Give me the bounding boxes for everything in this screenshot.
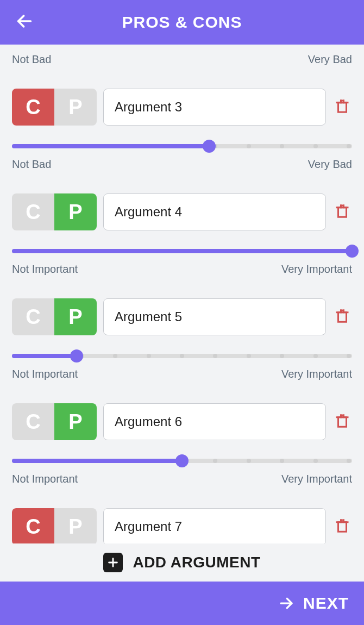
slider-max-label: Very Important <box>281 368 352 380</box>
slider-min-label: Not Bad <box>12 158 51 171</box>
importance-slider[interactable] <box>12 246 352 257</box>
argument-input[interactable]: Argument 7 <box>103 508 326 543</box>
delete-button[interactable] <box>332 508 352 543</box>
slider-max-label: Very Important <box>281 473 352 485</box>
argument-row: CPArgument 7 <box>12 508 352 543</box>
footer-bar: NEXT <box>0 582 364 625</box>
delete-button[interactable] <box>332 89 352 126</box>
plus-icon <box>103 553 123 572</box>
page-title: PROS & CONS <box>122 13 242 32</box>
svg-rect-16 <box>338 417 347 427</box>
slider-min-label: Not Important <box>12 473 78 485</box>
trash-icon <box>334 307 350 327</box>
delete-button[interactable] <box>332 403 352 440</box>
con-toggle[interactable]: C <box>12 298 54 335</box>
slider-thumb[interactable] <box>70 349 83 362</box>
slider-min-label: Not Bad <box>12 53 51 66</box>
content-area: Not BadVery BadCPArgument 3Not BadVery B… <box>0 45 364 543</box>
app-screen: PROS & CONS Not BadVery BadCPArgument 3N… <box>0 0 364 625</box>
con-toggle[interactable]: C <box>12 508 54 543</box>
pro-toggle[interactable]: P <box>54 508 97 543</box>
slider-max-label: Very Important <box>281 263 352 276</box>
svg-rect-1 <box>338 103 347 112</box>
importance-slider[interactable] <box>12 455 352 466</box>
add-argument-label: ADD ARGUMENT <box>133 554 260 571</box>
trash-icon <box>334 516 350 537</box>
pro-con-toggle[interactable]: CP <box>12 89 97 126</box>
app-header: PROS & CONS <box>0 0 364 45</box>
importance-slider[interactable] <box>12 351 352 361</box>
pro-con-toggle[interactable]: CP <box>12 508 97 543</box>
slider-thumb[interactable] <box>175 454 189 467</box>
slider-max-label: Very Bad <box>308 158 352 171</box>
pro-con-toggle[interactable]: CP <box>12 403 97 440</box>
pro-con-toggle[interactable]: CP <box>12 298 97 335</box>
argument-input[interactable]: Argument 5 <box>103 298 326 335</box>
trash-icon <box>334 411 350 432</box>
slider-max-label: Very Bad <box>308 53 352 66</box>
slider-thumb[interactable] <box>203 140 216 153</box>
con-toggle[interactable]: C <box>12 193 54 230</box>
delete-button[interactable] <box>332 193 352 230</box>
svg-rect-21 <box>338 522 347 532</box>
next-button[interactable]: NEXT <box>278 594 349 612</box>
arrow-right-icon <box>278 595 294 611</box>
svg-rect-6 <box>338 208 347 217</box>
svg-rect-11 <box>338 312 347 322</box>
slider-thumb[interactable] <box>346 245 359 258</box>
trash-icon <box>334 202 350 222</box>
argument-input[interactable]: Argument 6 <box>103 403 326 440</box>
pro-toggle[interactable]: P <box>54 193 97 230</box>
trash-icon <box>334 97 350 117</box>
arguments-list[interactable]: Not BadVery BadCPArgument 3Not BadVery B… <box>0 45 364 543</box>
argument-row: CPArgument 5 <box>12 298 352 335</box>
slider-min-label: Not Important <box>12 263 78 276</box>
arrow-left-icon <box>15 12 34 30</box>
pro-toggle[interactable]: P <box>54 89 97 126</box>
next-label: NEXT <box>303 594 349 612</box>
argument-input[interactable]: Argument 4 <box>103 193 326 230</box>
pro-toggle[interactable]: P <box>54 403 97 440</box>
argument-input[interactable]: Argument 3 <box>103 89 326 126</box>
pro-toggle[interactable]: P <box>54 298 97 335</box>
con-toggle[interactable]: C <box>12 403 54 440</box>
argument-row: CPArgument 3 <box>12 89 352 126</box>
delete-button[interactable] <box>332 298 352 335</box>
pro-con-toggle[interactable]: CP <box>12 193 97 230</box>
argument-row: CPArgument 6 <box>12 403 352 440</box>
add-argument-button[interactable]: ADD ARGUMENT <box>0 543 364 582</box>
back-button[interactable] <box>15 12 34 33</box>
con-toggle[interactable]: C <box>12 89 54 126</box>
importance-slider[interactable] <box>12 141 352 152</box>
argument-row: CPArgument 4 <box>12 193 352 230</box>
slider-min-label: Not Important <box>12 368 78 380</box>
